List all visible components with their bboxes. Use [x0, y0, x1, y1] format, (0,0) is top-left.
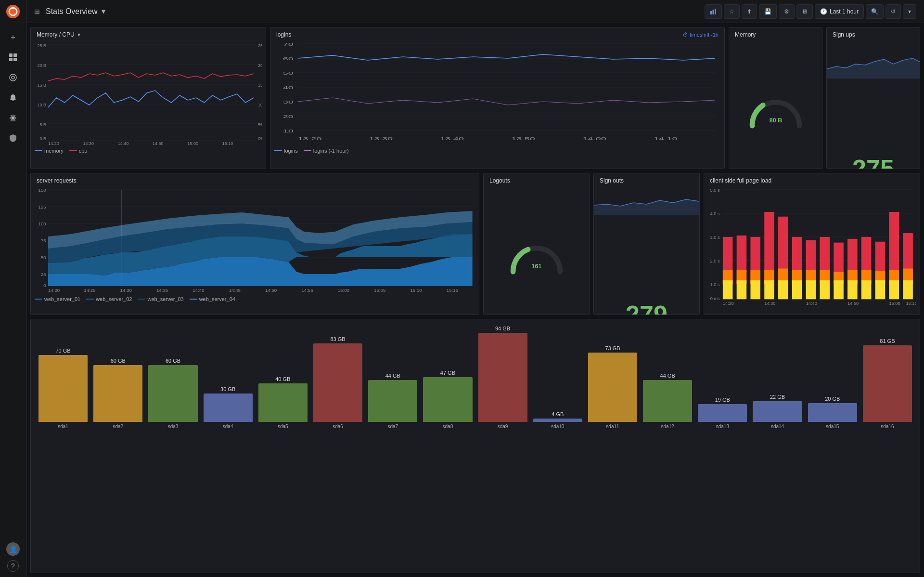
svg-rect-11 — [710, 11, 712, 14]
sidebar-add[interactable]: ＋ — [4, 28, 22, 46]
memory-cpu-dropdown[interactable]: ▾ — [77, 31, 80, 38]
svg-text:15:00: 15:00 — [338, 288, 349, 293]
star-button[interactable]: ☆ — [724, 4, 740, 19]
svg-rect-110 — [764, 280, 774, 299]
expand-button[interactable]: ▾ — [903, 4, 916, 19]
svg-text:14:50: 14:50 — [265, 288, 277, 293]
svg-text:100: 100 — [38, 222, 46, 226]
svg-text:14:20: 14:20 — [48, 141, 59, 146]
signups-panel: Sign ups 275 — [826, 27, 920, 169]
topnav-actions: ☆ ⬆ 💾 ⚙ 🖥 🕐 Last 1 hour 🔍 ↺ ▾ — [705, 4, 916, 19]
disk-bar-sda1: 70 GBsda1 — [38, 348, 88, 429]
memory-cpu-title: Memory / CPU ▾ — [31, 27, 266, 40]
logouts-gauge: 161 — [484, 186, 589, 315]
sidebar-explore[interactable] — [4, 69, 22, 86]
client-load-panel: client side full page load 5.0 s 4.0 s 3… — [704, 173, 920, 315]
svg-text:25 B: 25 B — [38, 43, 47, 48]
disk-bar-sda15: 20 GBsda15 — [808, 396, 857, 429]
memory-cpu-legend: memory cpu — [31, 146, 266, 157]
svg-text:14:50: 14:50 — [153, 141, 164, 146]
legend-ws2: web_server_02 — [86, 296, 132, 302]
signups-content: 275 — [827, 40, 920, 169]
svg-text:15:00: 15:00 — [889, 301, 900, 306]
signouts-panel: Sign outs 279 — [593, 173, 700, 315]
client-load-title: client side full page load — [704, 173, 920, 186]
disk-bars: 70 GBsda160 GBsda260 GBsda330 GBsda440 G… — [38, 323, 912, 429]
svg-text:0%: 0% — [258, 136, 262, 141]
server-requests-title: server requests — [31, 173, 479, 186]
svg-text:14:10: 14:10 — [654, 136, 678, 141]
save-button[interactable]: 💾 — [759, 4, 777, 19]
svg-text:20: 20 — [283, 114, 294, 119]
svg-text:20%: 20% — [258, 63, 262, 68]
svg-text:80 B: 80 B — [769, 117, 782, 124]
timeshift-badge: ⏱ timeshift -1h — [683, 32, 719, 38]
logins-title: logins ⏱ timeshift -1h — [270, 27, 724, 40]
svg-rect-13 — [715, 9, 716, 14]
sidebar-config[interactable] — [4, 109, 22, 127]
svg-text:13:40: 13:40 — [440, 136, 464, 141]
svg-text:150: 150 — [38, 188, 46, 193]
server-requests-chart: 150 125 100 75 50 25 0 — [35, 186, 475, 294]
svg-text:70: 70 — [283, 42, 294, 47]
svg-text:14:35: 14:35 — [156, 288, 168, 293]
legend-ws3: web_server_03 — [138, 296, 183, 302]
sidebar-dashboards[interactable] — [4, 49, 22, 66]
disk-bar-sda14: 22 GBsda14 — [753, 394, 802, 429]
svg-text:13:50: 13:50 — [511, 136, 535, 141]
dashboard: Memory / CPU ▾ 25 B 20 B 15 B 10 B 5 B 0… — [26, 23, 924, 577]
svg-rect-4 — [13, 53, 17, 57]
refresh-button[interactable]: ↺ — [886, 4, 901, 19]
disk-bar-sda8: 47 GBsda8 — [423, 370, 472, 429]
svg-text:50: 50 — [283, 71, 294, 76]
settings-button[interactable]: ⚙ — [779, 4, 795, 19]
svg-text:125: 125 — [38, 205, 46, 210]
sidebar-alerting[interactable] — [4, 89, 22, 106]
svg-text:30: 30 — [283, 100, 294, 105]
time-range-label: Last 1 hour — [830, 8, 859, 15]
logouts-gauge-svg: 161 — [503, 237, 570, 276]
memory-gauge-panel: Memory 80 B — [729, 27, 822, 169]
signups-sparkline — [827, 40, 920, 151]
disk-bar-sda12: 44 GBsda12 — [643, 373, 692, 429]
chart-view-button[interactable] — [705, 4, 722, 19]
title-dropdown[interactable]: ▾ — [102, 7, 105, 16]
search-button[interactable]: 🔍 — [866, 4, 884, 19]
disk-bar-sda16: 81 GBsda16 — [863, 338, 912, 429]
svg-text:1.0 s: 1.0 s — [710, 282, 720, 287]
sidebar: ＋ 👤 ? — [0, 0, 26, 577]
svg-rect-116 — [792, 280, 802, 299]
signouts-title: Sign outs — [594, 173, 699, 186]
sidebar-shield[interactable] — [4, 130, 22, 147]
svg-text:60: 60 — [283, 56, 294, 61]
svg-rect-107 — [750, 280, 760, 299]
svg-text:14:55: 14:55 — [301, 288, 313, 293]
svg-text:50: 50 — [41, 255, 46, 260]
svg-text:10: 10 — [283, 129, 294, 133]
svg-rect-137 — [889, 280, 899, 299]
svg-text:10%: 10% — [258, 103, 262, 107]
svg-point-7 — [10, 74, 16, 81]
svg-text:15:10: 15:10 — [222, 141, 233, 146]
grafana-logo[interactable] — [5, 4, 21, 19]
sidebar-help[interactable]: ? — [7, 560, 19, 572]
time-picker[interactable]: 🕐 Last 1 hour — [815, 4, 864, 19]
share-button[interactable]: ⬆ — [742, 4, 757, 19]
svg-text:2.0 s: 2.0 s — [710, 259, 720, 263]
signouts-sparkline — [594, 186, 699, 297]
memory-gauge-title: Memory — [729, 27, 822, 40]
main-area: ⊞ Stats Overview ▾ ☆ ⬆ 💾 ⚙ 🖥 🕐 Last 1 ho… — [26, 0, 924, 577]
svg-text:0 B: 0 B — [40, 136, 47, 141]
svg-rect-113 — [778, 280, 788, 299]
signouts-value: 279 — [594, 297, 699, 315]
svg-text:14:20: 14:20 — [48, 288, 60, 293]
monitor-button[interactable]: 🖥 — [796, 4, 813, 19]
user-avatar[interactable]: 👤 — [6, 542, 20, 556]
disk-bar-sda2: 60 GBsda2 — [93, 358, 142, 429]
disk-panel: 70 GBsda160 GBsda260 GBsda330 GBsda440 G… — [30, 319, 920, 573]
memory-cpu-panel: Memory / CPU ▾ 25 B 20 B 15 B 10 B 5 B 0… — [30, 27, 266, 169]
page-title: Stats Overview ▾ — [46, 7, 105, 16]
logouts-panel: Logouts 161 — [483, 173, 590, 315]
svg-text:13:30: 13:30 — [369, 136, 393, 141]
logins-panel: logins ⏱ timeshift -1h 70 60 50 40 30 20 — [270, 27, 725, 169]
